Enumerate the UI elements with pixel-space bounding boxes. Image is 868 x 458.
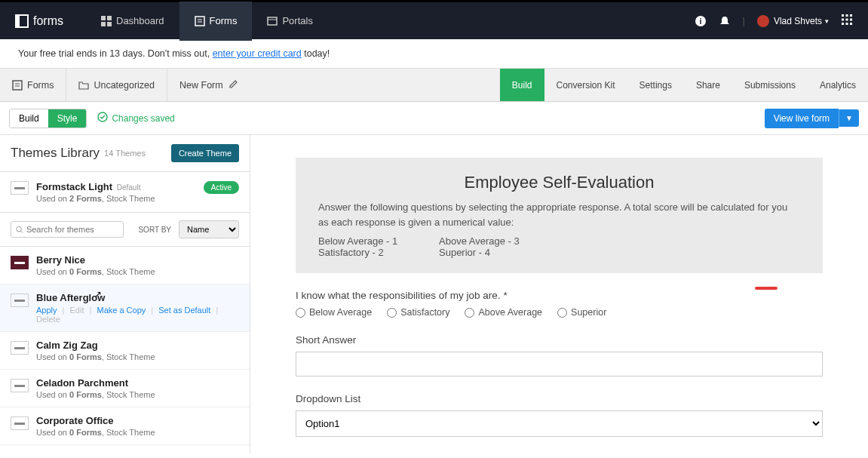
svg-rect-14 — [846, 14, 848, 17]
svg-rect-13 — [842, 14, 844, 17]
breadcrumb-formname[interactable]: New Form — [167, 69, 250, 101]
radio-input[interactable] — [557, 308, 567, 318]
theme-thumb-icon — [11, 294, 29, 307]
notification-bell-icon[interactable] — [713, 15, 737, 27]
trial-link[interactable]: enter your credit card — [213, 48, 302, 59]
portals-icon — [267, 16, 278, 26]
dropdown-list: Dropdown List Option1 — [296, 393, 823, 437]
breadcrumb-category[interactable]: Uncategorized — [66, 69, 167, 101]
radio-option[interactable]: Below Average — [296, 307, 372, 318]
toggle-build[interactable]: Build — [10, 109, 48, 128]
svg-point-26 — [17, 226, 22, 232]
form-canvas: Employee Self-Evaluation Answer the foll… — [250, 135, 868, 453]
current-theme[interactable]: Formstack Light Default Used on 2 Forms,… — [0, 172, 250, 213]
radio-option[interactable]: Above Average — [465, 307, 542, 318]
theme-thumb-icon — [11, 181, 29, 195]
search-sort-row: SORT BY Name — [0, 213, 250, 247]
trial-suffix: today! — [302, 48, 330, 59]
form-intro: Answer the following questions by select… — [318, 200, 800, 229]
tab-build[interactable]: Build — [500, 69, 544, 101]
theme-name: Corporate Office — [36, 415, 155, 426]
nav-forms[interactable]: Forms — [179, 2, 253, 41]
annotation-mark — [755, 287, 778, 290]
theme-apply[interactable]: Apply — [36, 306, 57, 315]
theme-item[interactable]: Berry Nice Used on 0 Forms, Stock Theme — [0, 247, 250, 284]
breadcrumb-forms[interactable]: Forms — [0, 69, 66, 101]
tab-conversion-kit[interactable]: Conversion Kit — [544, 69, 627, 101]
search-input-wrap[interactable] — [11, 221, 124, 238]
build-style-toggle: Build Style — [9, 109, 87, 128]
nav-portals[interactable]: Portals — [252, 2, 327, 41]
theme-actions: Apply | Edit | Make a Copy | Set as Defa… — [36, 306, 239, 324]
svg-text:i: i — [699, 17, 701, 26]
theme-copy[interactable]: Make a Copy — [97, 306, 146, 315]
radio-input[interactable] — [387, 308, 397, 318]
radio-input[interactable] — [465, 308, 474, 318]
sort-label: SORT BY — [138, 226, 171, 234]
svg-rect-22 — [13, 81, 22, 90]
top-nav: forms Dashboard Forms Portals i | Vlad S… — [0, 0, 868, 39]
svg-rect-1 — [16, 15, 20, 27]
svg-line-27 — [21, 231, 23, 232]
themes-count: 14 Themes — [104, 149, 146, 158]
breadcrumb-label: New Form — [179, 80, 223, 91]
theme-item[interactable]: Blue Afterglow Apply | Edit | Make a Cop… — [0, 284, 250, 332]
user-menu[interactable]: Vlad Shvets ▾ — [751, 15, 835, 27]
tab-analytics[interactable]: Analytics — [808, 69, 868, 101]
theme-name: Dusk Pop — [36, 453, 155, 453]
theme-name: Calm Zig Zag — [36, 340, 155, 351]
sort-select[interactable]: Name — [179, 220, 239, 238]
check-circle-icon — [97, 112, 108, 124]
theme-meta: Used on 0 Forms, Stock Theme — [36, 352, 155, 361]
form-scale: Below Average - 1Above Average - 3 Satis… — [318, 235, 800, 258]
svg-rect-2 — [101, 16, 106, 20]
theme-item[interactable]: Celadon Parchment Used on 0 Forms, Stock… — [0, 370, 250, 407]
trial-banner: Your free trial ends in 13 days. Don't m… — [0, 39, 868, 69]
info-icon[interactable]: i — [689, 15, 713, 27]
svg-rect-20 — [846, 23, 848, 25]
radio-option[interactable]: Superior — [557, 307, 606, 318]
svg-rect-17 — [846, 19, 848, 21]
question-label: Dropdown List — [296, 393, 823, 404]
svg-rect-6 — [195, 17, 204, 26]
dropdown-select[interactable]: Option1 — [296, 410, 823, 437]
svg-rect-18 — [850, 19, 852, 21]
current-theme-name: Formstack Light Default — [36, 181, 155, 192]
tab-submissions[interactable]: Submissions — [732, 69, 808, 101]
view-live-form-dropdown[interactable]: ▼ — [839, 109, 859, 127]
logo-icon — [15, 14, 29, 28]
radio-input[interactable] — [296, 308, 305, 318]
nav-dashboard[interactable]: Dashboard — [86, 2, 179, 41]
dashboard-icon — [101, 16, 112, 26]
question-label: I know what the responsibilities of my j… — [296, 290, 823, 301]
search-icon — [16, 226, 23, 234]
folder-icon — [78, 80, 89, 91]
sub-nav: Forms Uncategorized New Form Build Conve… — [0, 69, 868, 102]
tab-settings[interactable]: Settings — [627, 69, 684, 101]
svg-rect-19 — [842, 23, 844, 25]
radio-option[interactable]: Satisfactory — [387, 307, 449, 318]
create-theme-button[interactable]: Create Theme — [171, 144, 239, 162]
trial-text: Your free trial ends in 13 days. Don't m… — [18, 48, 213, 59]
short-answer-input[interactable] — [296, 352, 823, 377]
active-badge: Active — [204, 181, 239, 194]
app-logo[interactable]: forms — [15, 14, 63, 28]
edit-pencil-icon[interactable] — [229, 79, 238, 91]
toggle-style[interactable]: Style — [48, 109, 87, 128]
theme-item[interactable]: Calm Zig Zag Used on 0 Forms, Stock Them… — [0, 332, 250, 370]
theme-delete: Delete — [36, 315, 60, 324]
theme-meta: Used on 0 Forms, Stock Theme — [36, 267, 155, 276]
theme-set-default[interactable]: Set as Default — [158, 306, 210, 315]
tab-share[interactable]: Share — [684, 69, 732, 101]
chevron-down-icon: ▾ — [825, 17, 829, 25]
apps-grid-icon[interactable] — [841, 14, 853, 28]
theme-thumb-icon — [11, 417, 29, 430]
short-answer: Short Answer — [296, 334, 823, 377]
theme-thumb-icon — [11, 256, 29, 269]
svg-rect-9 — [268, 17, 277, 25]
theme-meta: Used on 0 Forms, Stock Theme — [36, 428, 155, 437]
search-input[interactable] — [26, 225, 118, 234]
view-live-form-button[interactable]: View live form — [765, 109, 839, 128]
theme-item[interactable]: Dusk Pop Used on 0 Forms, Stock Theme — [0, 445, 250, 453]
theme-item[interactable]: Corporate Office Used on 0 Forms, Stock … — [0, 407, 250, 445]
